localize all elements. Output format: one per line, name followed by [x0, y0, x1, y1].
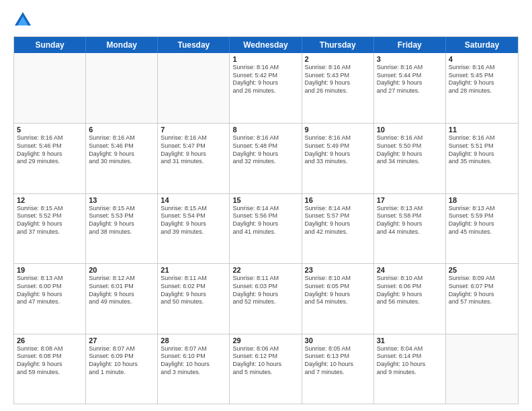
calendar-cell: 5Sunrise: 8:16 AM Sunset: 5:46 PM Daylig… [14, 124, 86, 193]
day-number: 31 [377, 336, 443, 345]
day-number: 8 [232, 126, 298, 134]
day-number: 20 [89, 266, 154, 274]
calendar-cell: 2Sunrise: 8:16 AM Sunset: 5:43 PM Daylig… [302, 53, 374, 123]
cell-info: Sunrise: 8:15 AM Sunset: 5:53 PM Dayligh… [89, 205, 154, 236]
weekday-header: Wednesday [230, 37, 302, 53]
cell-info: Sunrise: 8:12 AM Sunset: 6:01 PM Dayligh… [89, 275, 154, 306]
day-number: 2 [305, 55, 371, 63]
calendar-cell: 16Sunrise: 8:14 AM Sunset: 5:57 PM Dayli… [302, 194, 374, 263]
logo-icon [13, 11, 32, 30]
calendar-cell: 26Sunrise: 8:08 AM Sunset: 6:08 PM Dayli… [14, 334, 86, 404]
calendar-cell: 27Sunrise: 8:07 AM Sunset: 6:09 PM Dayli… [86, 334, 158, 404]
calendar-row: 1Sunrise: 8:16 AM Sunset: 5:42 PM Daylig… [14, 53, 518, 123]
weekday-header: Saturday [446, 37, 518, 53]
cell-info: Sunrise: 8:14 AM Sunset: 5:56 PM Dayligh… [232, 205, 298, 236]
calendar-cell: 10Sunrise: 8:16 AM Sunset: 5:50 PM Dayli… [374, 124, 446, 193]
calendar-row: 5Sunrise: 8:16 AM Sunset: 5:46 PM Daylig… [14, 123, 518, 193]
calendar-cell: 8Sunrise: 8:16 AM Sunset: 5:48 PM Daylig… [230, 124, 302, 193]
cell-info: Sunrise: 8:16 AM Sunset: 5:47 PM Dayligh… [161, 134, 226, 166]
calendar-cell: 18Sunrise: 8:13 AM Sunset: 5:59 PM Dayli… [446, 194, 518, 263]
calendar-cell: 6Sunrise: 8:16 AM Sunset: 5:46 PM Daylig… [86, 124, 158, 193]
day-number: 17 [377, 196, 443, 204]
cell-info: Sunrise: 8:16 AM Sunset: 5:51 PM Dayligh… [449, 134, 515, 166]
calendar-row: 26Sunrise: 8:08 AM Sunset: 6:08 PM Dayli… [14, 334, 518, 404]
cell-info: Sunrise: 8:05 AM Sunset: 6:13 PM Dayligh… [305, 345, 371, 377]
calendar-cell: 23Sunrise: 8:10 AM Sunset: 6:05 PM Dayli… [302, 264, 374, 333]
calendar-header: SundayMondayTuesdayWednesdayThursdayFrid… [14, 37, 518, 53]
day-number: 15 [232, 196, 298, 204]
day-number: 1 [232, 55, 298, 63]
weekday-header: Monday [86, 37, 158, 53]
cell-info: Sunrise: 8:10 AM Sunset: 6:05 PM Dayligh… [305, 275, 371, 306]
cell-info: Sunrise: 8:16 AM Sunset: 5:45 PM Dayligh… [449, 64, 515, 95]
day-number: 6 [89, 126, 154, 134]
cell-info: Sunrise: 8:16 AM Sunset: 5:46 PM Dayligh… [89, 134, 154, 166]
calendar-cell: 13Sunrise: 8:15 AM Sunset: 5:53 PM Dayli… [86, 194, 158, 263]
calendar-cell: 4Sunrise: 8:16 AM Sunset: 5:45 PM Daylig… [446, 53, 518, 123]
day-number: 10 [377, 126, 443, 134]
calendar-cell: 7Sunrise: 8:16 AM Sunset: 5:47 PM Daylig… [158, 124, 230, 193]
day-number: 27 [89, 336, 154, 345]
calendar-cell: 25Sunrise: 8:09 AM Sunset: 6:07 PM Dayli… [446, 264, 518, 333]
cell-info: Sunrise: 8:08 AM Sunset: 6:08 PM Dayligh… [17, 345, 83, 377]
calendar-cell [158, 53, 230, 123]
calendar-cell: 31Sunrise: 8:04 AM Sunset: 6:14 PM Dayli… [374, 334, 446, 404]
cell-info: Sunrise: 8:16 AM Sunset: 5:46 PM Dayligh… [17, 134, 83, 166]
calendar-cell: 15Sunrise: 8:14 AM Sunset: 5:56 PM Dayli… [230, 194, 302, 263]
cell-info: Sunrise: 8:16 AM Sunset: 5:44 PM Dayligh… [377, 64, 443, 95]
cell-info: Sunrise: 8:11 AM Sunset: 6:03 PM Dayligh… [232, 275, 298, 306]
cell-info: Sunrise: 8:13 AM Sunset: 5:58 PM Dayligh… [377, 205, 443, 236]
cell-info: Sunrise: 8:16 AM Sunset: 5:43 PM Dayligh… [305, 64, 371, 95]
day-number: 29 [232, 336, 298, 345]
day-number: 22 [232, 266, 298, 274]
calendar-cell [446, 334, 518, 404]
cell-info: Sunrise: 8:16 AM Sunset: 5:50 PM Dayligh… [377, 134, 443, 166]
cell-info: Sunrise: 8:15 AM Sunset: 5:52 PM Dayligh… [17, 205, 83, 236]
day-number: 11 [449, 126, 515, 134]
calendar-cell: 29Sunrise: 8:06 AM Sunset: 6:12 PM Dayli… [230, 334, 302, 404]
calendar-row: 12Sunrise: 8:15 AM Sunset: 5:52 PM Dayli… [14, 193, 518, 263]
day-number: 21 [161, 266, 226, 274]
calendar-row: 19Sunrise: 8:13 AM Sunset: 6:00 PM Dayli… [14, 263, 518, 333]
cell-info: Sunrise: 8:16 AM Sunset: 5:48 PM Dayligh… [232, 134, 298, 166]
calendar-body: 1Sunrise: 8:16 AM Sunset: 5:42 PM Daylig… [14, 53, 518, 404]
cell-info: Sunrise: 8:07 AM Sunset: 6:09 PM Dayligh… [89, 345, 154, 377]
calendar-cell [86, 53, 158, 123]
day-number: 7 [161, 126, 226, 134]
cell-info: Sunrise: 8:14 AM Sunset: 5:57 PM Dayligh… [305, 205, 371, 236]
cell-info: Sunrise: 8:15 AM Sunset: 5:54 PM Dayligh… [161, 205, 226, 236]
day-number: 16 [305, 196, 371, 204]
weekday-header: Tuesday [158, 37, 230, 53]
calendar-cell: 12Sunrise: 8:15 AM Sunset: 5:52 PM Dayli… [14, 194, 86, 263]
day-number: 4 [449, 55, 515, 63]
day-number: 14 [161, 196, 226, 204]
calendar-cell: 22Sunrise: 8:11 AM Sunset: 6:03 PM Dayli… [230, 264, 302, 333]
calendar-cell: 9Sunrise: 8:16 AM Sunset: 5:49 PM Daylig… [302, 124, 374, 193]
weekday-header: Sunday [14, 37, 86, 53]
cell-info: Sunrise: 8:10 AM Sunset: 6:06 PM Dayligh… [377, 275, 443, 306]
calendar-cell: 30Sunrise: 8:05 AM Sunset: 6:13 PM Dayli… [302, 334, 374, 404]
day-number: 9 [305, 126, 371, 134]
cell-info: Sunrise: 8:04 AM Sunset: 6:14 PM Dayligh… [377, 345, 443, 377]
calendar: SundayMondayTuesdayWednesdayThursdayFrid… [13, 36, 519, 404]
logo [13, 11, 35, 30]
calendar-cell [14, 53, 86, 123]
day-number: 26 [17, 336, 83, 345]
cell-info: Sunrise: 8:16 AM Sunset: 5:42 PM Dayligh… [232, 64, 298, 95]
calendar-cell: 28Sunrise: 8:07 AM Sunset: 6:10 PM Dayli… [158, 334, 230, 404]
day-number: 25 [449, 266, 515, 274]
cell-info: Sunrise: 8:13 AM Sunset: 5:59 PM Dayligh… [449, 205, 515, 236]
day-number: 28 [161, 336, 226, 345]
day-number: 13 [89, 196, 154, 204]
calendar-cell: 11Sunrise: 8:16 AM Sunset: 5:51 PM Dayli… [446, 124, 518, 193]
calendar-cell: 20Sunrise: 8:12 AM Sunset: 6:01 PM Dayli… [86, 264, 158, 333]
day-number: 19 [17, 266, 83, 274]
day-number: 18 [449, 196, 515, 204]
day-number: 3 [377, 55, 443, 63]
calendar-cell: 1Sunrise: 8:16 AM Sunset: 5:42 PM Daylig… [230, 53, 302, 123]
header [13, 11, 519, 30]
day-number: 24 [377, 266, 443, 274]
cell-info: Sunrise: 8:13 AM Sunset: 6:00 PM Dayligh… [17, 275, 83, 306]
day-number: 30 [305, 336, 371, 345]
cell-info: Sunrise: 8:09 AM Sunset: 6:07 PM Dayligh… [449, 275, 515, 306]
